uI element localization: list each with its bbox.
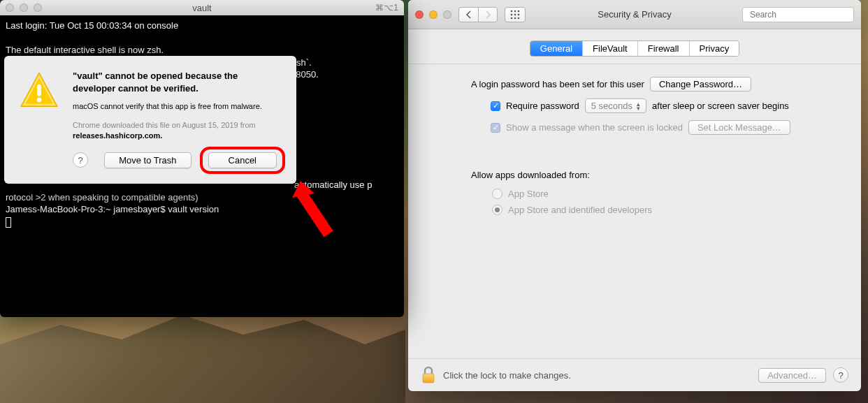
lock-closed-icon[interactable]: [421, 366, 436, 384]
advanced-button[interactable]: Advanced…: [758, 368, 826, 383]
svg-rect-13: [423, 374, 434, 383]
term-line: Last login: Tue Oct 15 00:03:34 on conso…: [6, 20, 178, 31]
chevron-right-icon: [484, 10, 491, 19]
require-password-label: Require password: [506, 101, 579, 111]
terminal-cursor: [6, 217, 11, 228]
gatekeeper-alert-dialog: "vault" cannot be opened because the dev…: [4, 56, 296, 184]
help-button[interactable]: ?: [833, 367, 848, 383]
prefs-window-title: Security & Privacy: [598, 9, 671, 20]
svg-point-10: [518, 17, 520, 19]
terminal-titlebar[interactable]: vault ⌘⌥1: [0, 0, 404, 15]
term-line: rotocol >2 when speaking to compatible a…: [6, 192, 198, 203]
login-password-row: A login password has been set for this u…: [425, 77, 844, 91]
radio-app-store: App Store: [492, 189, 844, 199]
allow-apps-label: Allow apps downloaded from:: [425, 170, 844, 180]
search-input[interactable]: [750, 10, 855, 20]
require-password-delay-select[interactable]: 5 seconds ▴▾: [585, 98, 646, 113]
tab-general[interactable]: General: [530, 41, 583, 56]
svg-point-4: [518, 10, 520, 12]
terminal-shortcut-label: ⌘⌥1: [375, 3, 398, 13]
stepper-arrows-icon: ▴▾: [637, 102, 640, 110]
nav-back-forward: [458, 7, 498, 22]
tab-bar: General FileVault Firewall Privacy: [408, 29, 861, 64]
prefs-traffic-lights: [415, 10, 451, 19]
svg-point-8: [511, 17, 513, 19]
security-privacy-window: Security & Privacy General FileVault Fir…: [408, 0, 861, 391]
delay-value: 5 seconds: [591, 101, 632, 111]
svg-point-1: [37, 98, 42, 103]
alert-content: "vault" cannot be opened because the dev…: [73, 70, 282, 171]
cancel-button[interactable]: Cancel: [208, 152, 277, 168]
general-pane: A login password has been set for this u…: [408, 64, 861, 359]
radio-identified-developers: App Store and identified developers: [492, 205, 844, 215]
close-button[interactable]: [415, 10, 424, 19]
minimize-button[interactable]: [20, 3, 28, 12]
terminal-title: vault: [192, 3, 211, 13]
alert-message: macOS cannot verify that this app is fre…: [73, 101, 282, 112]
svg-point-7: [518, 13, 520, 15]
radio-app-store-label: App Store: [508, 189, 549, 199]
require-password-row: ✓ Require password 5 seconds ▴▾ after sl…: [425, 98, 844, 113]
show-all-button[interactable]: [505, 7, 526, 22]
prefs-footer: Click the lock to make changes. Advanced…: [408, 359, 861, 391]
term-prompt-line: Jamess-MacBook-Pro-3:~ jamesbayer$ vault…: [6, 204, 219, 214]
minimize-button[interactable]: [429, 10, 437, 19]
alert-download-info: Chrome downloaded this file on August 15…: [73, 120, 282, 131]
warning-triangle-icon: [18, 70, 60, 112]
show-message-label: Show a message when the screen is locked: [506, 122, 683, 133]
tab-filevault[interactable]: FileVault: [583, 41, 638, 56]
svg-point-5: [511, 13, 513, 15]
help-button[interactable]: ?: [73, 152, 88, 168]
show-message-checkbox: ✓: [491, 123, 500, 133]
forward-button: [478, 7, 498, 22]
zoom-button[interactable]: [34, 3, 42, 12]
close-button[interactable]: [6, 3, 14, 12]
move-to-trash-button[interactable]: Move to Trash: [104, 152, 191, 168]
tab-privacy[interactable]: Privacy: [690, 41, 739, 56]
tab-firewall[interactable]: Firewall: [638, 41, 690, 56]
terminal-traffic-lights: [6, 3, 42, 12]
prefs-toolbar: Security & Privacy: [408, 0, 861, 29]
annotation-highlight: Cancel: [200, 147, 285, 174]
grid-apps-icon: [510, 10, 520, 20]
login-password-label: A login password has been set for this u…: [471, 79, 644, 89]
svg-point-2: [511, 10, 513, 12]
search-field-wrapper[interactable]: [742, 7, 854, 22]
chevron-left-icon: [465, 10, 472, 19]
change-password-button[interactable]: Change Password…: [650, 77, 751, 91]
lock-hint-text: Click the lock to make changes.: [443, 370, 571, 381]
zoom-button[interactable]: [443, 10, 451, 19]
svg-point-3: [514, 10, 516, 12]
back-button[interactable]: [458, 7, 478, 22]
alert-title: "vault" cannot be opened because the dev…: [73, 70, 282, 94]
radio-identified-label: App Store and identified developers: [508, 205, 652, 215]
after-sleep-label: after sleep or screen saver begins: [652, 101, 789, 111]
svg-point-6: [514, 13, 516, 15]
allow-apps-radio-group: App Store App Store and identified devel…: [425, 189, 844, 215]
alert-download-host: releases.hashicorp.com.: [73, 131, 282, 140]
term-line: automatically use p: [292, 179, 372, 190]
svg-point-9: [514, 17, 516, 19]
set-lock-message-button: Set Lock Message…: [688, 120, 790, 135]
show-message-row: ✓ Show a message when the screen is lock…: [425, 120, 844, 135]
require-password-checkbox[interactable]: ✓: [491, 101, 500, 111]
radio-app-store-input: [492, 189, 502, 199]
alert-button-row: ? Move to Trash Cancel: [73, 149, 282, 171]
svg-rect-0: [37, 85, 41, 96]
term-line: The default interactive shell is now zsh…: [6, 45, 164, 55]
radio-identified-input: [492, 205, 502, 215]
